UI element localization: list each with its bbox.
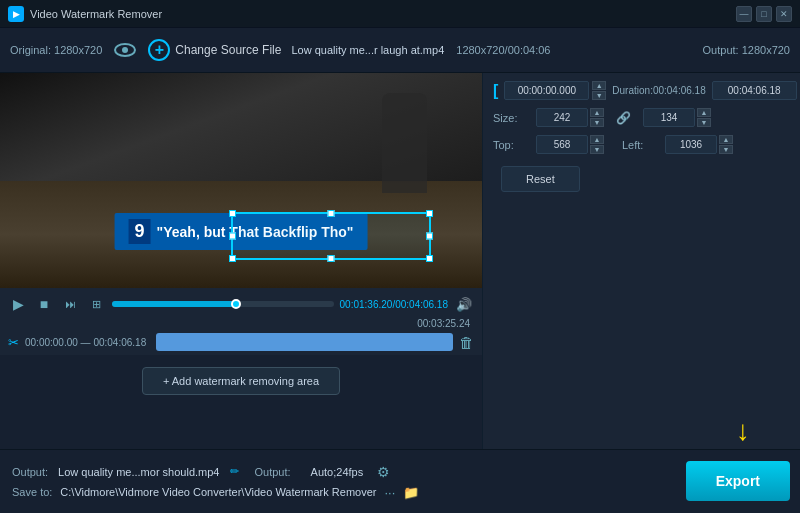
start-time-input[interactable]: [504, 81, 589, 100]
stop-button[interactable]: ■: [34, 294, 54, 314]
title-bar: ▶ Video Watermark Remover — □ ✕: [0, 0, 800, 28]
bottom-row-2: Save to: C:\Vidmore\Vidmore Video Conver…: [12, 485, 788, 500]
main-area: 9 "Yeah, but That Backflip Tho": [0, 73, 800, 513]
settings-button[interactable]: ⚙: [377, 464, 390, 480]
video-panel: 9 "Yeah, but That Backflip Tho": [0, 73, 482, 513]
title-bar-left: ▶ Video Watermark Remover: [8, 6, 162, 22]
play-button[interactable]: ▶: [8, 294, 28, 314]
start-time-group: ▲ ▼: [504, 81, 606, 100]
size-h-down[interactable]: ▼: [697, 118, 711, 127]
more-options-button[interactable]: ···: [384, 485, 395, 500]
handle-top-left[interactable]: [229, 210, 236, 217]
size-h-spinners: ▲ ▼: [697, 108, 711, 127]
left-spinners: ▲ ▼: [719, 135, 733, 154]
end-time-group: ▲ ▼: [712, 81, 800, 100]
top-wrap: ▲ ▼: [536, 135, 604, 154]
start-time-up[interactable]: ▲: [592, 81, 606, 90]
save-path: C:\Vidmore\Vidmore Video Converter\Video…: [60, 486, 376, 498]
size-w-wrap: ▲ ▼: [536, 108, 604, 127]
bottom-bar: Output: Low quality me...mor should.mp4 …: [0, 449, 800, 513]
left-up[interactable]: ▲: [719, 135, 733, 144]
timeline-controls: ▶ ■ ⏭ ⊞ 00:01:36.20/00:04:06.18 🔊: [8, 294, 474, 314]
output-resolution-label: Output: 1280x720: [703, 44, 790, 56]
volume-button[interactable]: 🔊: [454, 294, 474, 314]
open-folder-button[interactable]: 📁: [403, 485, 419, 500]
timeline-fill: [112, 301, 236, 307]
right-panel: [ ▲ ▼ Duration:00:04:06.18 ▲ ▼ ] Size:: [482, 73, 800, 513]
link-icon[interactable]: 🔗: [612, 111, 635, 125]
top-label: Top:: [493, 139, 528, 151]
edit-filename-icon[interactable]: ✏: [230, 465, 239, 478]
size-width-input[interactable]: [536, 108, 588, 127]
time-display: 00:01:36.20/00:04:06.18: [340, 299, 448, 310]
scissors-icon: ✂: [8, 335, 19, 350]
top-bar: Original: 1280x720 + Change Source File …: [0, 28, 800, 73]
maximize-button[interactable]: □: [756, 6, 772, 22]
handle-bottom-left[interactable]: [229, 255, 236, 262]
change-source-button[interactable]: + Change Source File: [148, 39, 281, 61]
left-label: Left:: [622, 139, 657, 151]
top-down[interactable]: ▼: [590, 145, 604, 154]
size-w-down[interactable]: ▼: [590, 118, 604, 127]
timeline-thumb[interactable]: [231, 299, 241, 309]
position-row: Top: ▲ ▼ Left: ▲ ▼: [493, 135, 790, 154]
left-input[interactable]: [665, 135, 717, 154]
video-preview[interactable]: 9 "Yeah, but That Backflip Tho": [0, 73, 482, 288]
arrow-indicator: ↓: [736, 417, 750, 445]
app-title: Video Watermark Remover: [30, 8, 162, 20]
video-scene: 9 "Yeah, but That Backflip Tho": [0, 73, 482, 288]
time-input-row: [ ▲ ▼ Duration:00:04:06.18 ▲ ▼ ]: [493, 81, 790, 100]
clip-bar-row: ✂ 00:00:00.00 — 00:04:06.18 🗑: [8, 333, 474, 351]
video-figure: [382, 93, 427, 193]
file-name: Low quality me...r laugh at.mp4: [291, 44, 444, 56]
minimize-button[interactable]: —: [736, 6, 752, 22]
add-circle-icon: +: [148, 39, 170, 61]
bottom-row-1: Output: Low quality me...mor should.mp4 …: [12, 464, 788, 480]
fullscreen-button[interactable]: ⊞: [86, 294, 106, 314]
add-watermark-button[interactable]: + Add watermark removing area: [142, 367, 340, 395]
close-button[interactable]: ✕: [776, 6, 792, 22]
handle-top-right[interactable]: [426, 210, 433, 217]
handle-bottom-right[interactable]: [426, 255, 433, 262]
reset-button[interactable]: Reset: [501, 166, 580, 192]
skip-frame-button[interactable]: ⏭: [60, 294, 80, 314]
size-height-input[interactable]: [643, 108, 695, 127]
subtitle-number: 9: [129, 219, 151, 244]
save-to-label: Save to:: [12, 486, 52, 498]
handle-bottom-mid[interactable]: [328, 255, 335, 262]
output-label: Output:: [12, 466, 48, 478]
size-w-up[interactable]: ▲: [590, 108, 604, 117]
output-format-value: Auto;24fps: [311, 466, 364, 478]
timeline-area: ▶ ■ ⏭ ⊞ 00:01:36.20/00:04:06.18 🔊 00:03:…: [0, 288, 482, 355]
size-h-wrap: ▲ ▼: [643, 108, 711, 127]
size-h-up[interactable]: ▲: [697, 108, 711, 117]
export-button[interactable]: Export: [686, 461, 790, 501]
delete-clip-button[interactable]: 🗑: [459, 334, 474, 351]
size-w-spinners: ▲ ▼: [590, 108, 604, 127]
handle-mid-left[interactable]: [229, 233, 236, 240]
file-meta: 1280x720/00:04:06: [456, 44, 550, 56]
original-label: Original: 1280x720: [10, 44, 102, 56]
selection-box[interactable]: [231, 212, 431, 260]
add-watermark-row: + Add watermark removing area: [0, 367, 482, 395]
handle-mid-right[interactable]: [426, 233, 433, 240]
clip-range-label: 00:00:00.00 — 00:04:06.18: [25, 337, 146, 348]
output-filename: Low quality me...mor should.mp4: [58, 466, 219, 478]
clip-bar[interactable]: [156, 333, 453, 351]
bracket-open: [: [493, 82, 498, 100]
file-info: Low quality me...r laugh at.mp4 1280x720…: [291, 44, 692, 56]
size-label: Size:: [493, 112, 528, 124]
top-spinners: ▲ ▼: [590, 135, 604, 154]
preview-button[interactable]: [112, 37, 138, 63]
timeline-bar[interactable]: [112, 294, 334, 314]
window-controls: — □ ✕: [736, 6, 792, 22]
left-down[interactable]: ▼: [719, 145, 733, 154]
top-input[interactable]: [536, 135, 588, 154]
handle-top-mid[interactable]: [328, 210, 335, 217]
end-time-input[interactable]: [712, 81, 797, 100]
top-up[interactable]: ▲: [590, 135, 604, 144]
duration-label: Duration:00:04:06.18: [612, 85, 705, 96]
eye-icon: [114, 43, 136, 57]
size-row: Size: ▲ ▼ 🔗 ▲ ▼: [493, 108, 790, 127]
start-time-down[interactable]: ▼: [592, 91, 606, 100]
